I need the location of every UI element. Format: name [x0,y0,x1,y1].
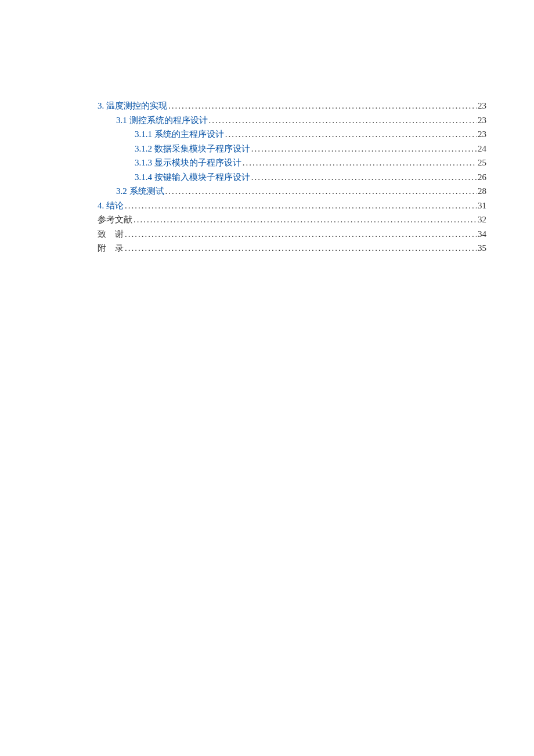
toc-leader-dots: ........................................… [243,156,477,170]
toc-leader-dots: ........................................… [165,184,477,199]
toc-title[interactable]: 3.1 测控系统的程序设计 [116,113,208,128]
toc-entry: 参考文献 ...................................… [98,213,486,227]
toc-leader-dots: ........................................… [134,213,477,227]
toc-page-number[interactable]: 24 [478,142,486,156]
toc-page-number[interactable]: 35 [478,241,486,255]
toc-entry: 3.1 测控系统的程序设计 ..........................… [98,113,486,128]
toc-entry: 3.2 系统测试 ...............................… [98,184,486,199]
toc-entry: 4. 结论 ..................................… [98,199,486,213]
toc-title[interactable]: 3. 温度测控的实现 [98,99,167,113]
toc-title[interactable]: 3.1.2 数据采集模块子程序设计 [135,142,250,156]
toc-leader-dots: ........................................… [125,199,477,213]
toc-page-number[interactable]: 31 [478,199,486,213]
toc-leader-dots: ........................................… [209,113,477,128]
toc-title[interactable]: 3.1.1 系统的主程序设计 [135,127,224,142]
toc-page-number[interactable]: 23 [478,113,486,128]
toc-entry: 3.1.1 系统的主程序设计 .........................… [98,127,486,142]
toc-leader-dots: ........................................… [125,227,477,242]
toc-leader-dots: ........................................… [251,170,477,185]
toc-leader-dots: ........................................… [251,142,477,156]
toc-entry: 3.1.2 数据采集模块子程序设计 ......................… [98,142,486,156]
toc-page-number[interactable]: 34 [478,227,486,242]
toc-page-number[interactable]: 23 [478,99,486,113]
toc-title[interactable]: 致 谢 [98,227,124,242]
toc-title[interactable]: 附 录 [98,241,124,255]
toc-entry: 致 谢 ....................................… [98,227,486,242]
table-of-contents: 3. 温度测控的实现 .............................… [98,99,486,255]
toc-page-number[interactable]: 26 [478,170,486,185]
toc-entry: 3.1.3 显示模块的子程序设计 .......................… [98,156,486,170]
toc-leader-dots: ........................................… [225,127,477,142]
document-page: 3. 温度测控的实现 .............................… [0,0,534,255]
toc-page-number[interactable]: 23 [478,127,486,142]
toc-entry: 3.1.4 按键输入模块子程序设计 ......................… [98,170,486,185]
toc-title[interactable]: 4. 结论 [98,199,124,213]
toc-leader-dots: ........................................… [125,241,477,255]
toc-title[interactable]: 3.2 系统测试 [116,184,164,199]
toc-title[interactable]: 3.1.3 显示模块的子程序设计 [135,156,241,170]
toc-leader-dots: ........................................… [168,99,477,113]
toc-title[interactable]: 参考文献 [98,213,132,227]
toc-page-number[interactable]: 25 [478,156,486,170]
toc-entry: 附 录 ....................................… [98,241,486,255]
toc-page-number[interactable]: 28 [478,184,486,199]
toc-entry: 3. 温度测控的实现 .............................… [98,99,486,113]
toc-title[interactable]: 3.1.4 按键输入模块子程序设计 [135,170,250,185]
toc-page-number[interactable]: 32 [478,213,486,227]
